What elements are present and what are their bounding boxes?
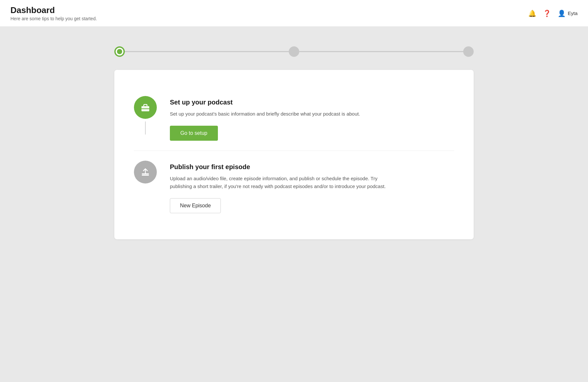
header: Dashboard Here are some tips to help you…: [0, 0, 588, 27]
step2-content: Publish your first episode Upload an aud…: [170, 161, 454, 213]
step1-icon-circle: [134, 96, 157, 119]
step1-icon-wrapper: [134, 96, 157, 135]
step1-title: Set up your podcast: [170, 99, 454, 106]
new-episode-button[interactable]: New Episode: [170, 198, 221, 213]
header-right: 🔔 ❓ 👤 Eyta: [528, 9, 578, 17]
user-avatar-icon: 👤: [558, 9, 566, 17]
step1-connector-line: [145, 121, 146, 135]
page-subtitle: Here are some tips to help you get start…: [10, 16, 97, 21]
help-icon[interactable]: ❓: [543, 9, 551, 17]
step-dot-2: [289, 46, 299, 57]
upload-icon: [140, 167, 151, 177]
step-dot-1: [114, 46, 125, 57]
step-dot-3: [463, 46, 474, 57]
briefcase-icon: [140, 102, 151, 113]
notification-icon[interactable]: 🔔: [528, 9, 536, 17]
user-menu[interactable]: 👤 Eyta: [558, 9, 578, 17]
step2-icon-wrapper: [134, 161, 157, 183]
step2-description: Upload an audio/video file, create episo…: [170, 175, 399, 190]
svg-rect-4: [142, 175, 149, 176]
user-name: Eyta: [568, 10, 578, 16]
dashboard-card: Set up your podcast Set up your podcast'…: [114, 70, 474, 239]
step2-title: Publish your first episode: [170, 163, 454, 171]
step2-icon-circle: [134, 161, 157, 183]
progress-stepper: [114, 46, 474, 57]
main-content: Set up your podcast Set up your podcast'…: [0, 27, 588, 259]
stepper-dots: [114, 46, 474, 57]
page-title: Dashboard: [10, 5, 97, 15]
step-publish-episode: Publish your first episode Upload an aud…: [134, 151, 454, 223]
go-to-setup-button[interactable]: Go to setup: [170, 126, 218, 141]
header-left: Dashboard Here are some tips to help you…: [10, 5, 97, 21]
step1-content: Set up your podcast Set up your podcast'…: [170, 96, 454, 141]
step-setup-podcast: Set up your podcast Set up your podcast'…: [134, 86, 454, 151]
step1-description: Set up your podcast's basic information …: [170, 110, 399, 118]
